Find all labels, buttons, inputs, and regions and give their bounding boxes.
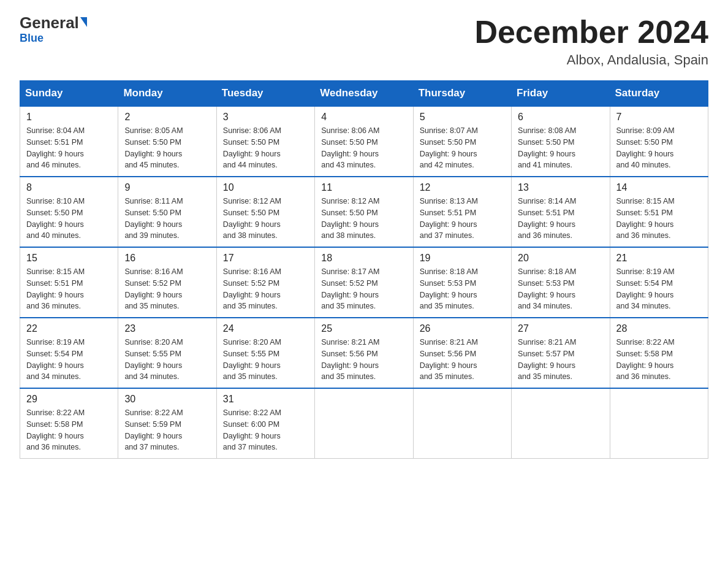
header-sunday: Sunday <box>20 81 118 107</box>
calendar-cell: 22 Sunrise: 8:19 AM Sunset: 5:54 PM Dayl… <box>20 318 118 388</box>
calendar-cell: 30 Sunrise: 8:22 AM Sunset: 5:59 PM Dayl… <box>118 388 216 459</box>
calendar-cell: 8 Sunrise: 8:10 AM Sunset: 5:50 PM Dayli… <box>20 177 118 247</box>
day-info: Sunrise: 8:18 AM Sunset: 5:53 PM Dayligh… <box>420 266 505 312</box>
header-thursday: Thursday <box>413 81 511 107</box>
day-number: 31 <box>223 394 308 405</box>
day-number: 7 <box>616 112 702 123</box>
day-info: Sunrise: 8:19 AM Sunset: 5:54 PM Dayligh… <box>26 337 112 383</box>
day-number: 5 <box>420 112 505 123</box>
day-info: Sunrise: 8:21 AM Sunset: 5:57 PM Dayligh… <box>518 337 603 383</box>
day-number: 21 <box>616 253 702 264</box>
day-info: Sunrise: 8:22 AM Sunset: 5:59 PM Dayligh… <box>124 407 210 453</box>
calendar-cell: 19 Sunrise: 8:18 AM Sunset: 5:53 PM Dayl… <box>413 247 511 318</box>
day-number: 27 <box>518 323 603 334</box>
calendar-cell: 17 Sunrise: 8:16 AM Sunset: 5:52 PM Dayl… <box>216 247 314 318</box>
calendar-cell: 12 Sunrise: 8:13 AM Sunset: 5:51 PM Dayl… <box>413 177 511 247</box>
location-title: Albox, Andalusia, Spain <box>474 52 708 68</box>
calendar-cell: 4 Sunrise: 8:06 AM Sunset: 5:50 PM Dayli… <box>315 106 413 177</box>
weekday-header-row: Sunday Monday Tuesday Wednesday Thursday… <box>20 81 708 107</box>
calendar-cell: 14 Sunrise: 8:15 AM Sunset: 5:51 PM Dayl… <box>610 177 708 247</box>
day-number: 22 <box>26 323 112 334</box>
calendar-week-row: 15 Sunrise: 8:15 AM Sunset: 5:51 PM Dayl… <box>20 247 708 318</box>
day-number: 12 <box>420 182 505 193</box>
day-number: 20 <box>518 253 603 264</box>
calendar-cell: 1 Sunrise: 8:04 AM Sunset: 5:51 PM Dayli… <box>20 106 118 177</box>
day-number: 3 <box>223 112 308 123</box>
day-number: 1 <box>26 112 112 123</box>
day-info: Sunrise: 8:21 AM Sunset: 5:56 PM Dayligh… <box>321 337 406 383</box>
day-info: Sunrise: 8:22 AM Sunset: 5:58 PM Dayligh… <box>26 407 112 453</box>
header-wednesday: Wednesday <box>315 81 413 107</box>
day-info: Sunrise: 8:04 AM Sunset: 5:51 PM Dayligh… <box>26 125 112 171</box>
calendar-cell <box>315 388 413 459</box>
day-info: Sunrise: 8:15 AM Sunset: 5:51 PM Dayligh… <box>26 266 112 312</box>
day-info: Sunrise: 8:17 AM Sunset: 5:52 PM Dayligh… <box>321 266 406 312</box>
calendar-cell: 11 Sunrise: 8:12 AM Sunset: 5:50 PM Dayl… <box>315 177 413 247</box>
calendar-cell: 3 Sunrise: 8:06 AM Sunset: 5:50 PM Dayli… <box>216 106 314 177</box>
calendar-cell: 10 Sunrise: 8:12 AM Sunset: 5:50 PM Dayl… <box>216 177 314 247</box>
calendar-table: Sunday Monday Tuesday Wednesday Thursday… <box>20 80 708 459</box>
day-info: Sunrise: 8:21 AM Sunset: 5:56 PM Dayligh… <box>420 337 505 383</box>
header-monday: Monday <box>118 81 216 107</box>
day-number: 26 <box>420 323 505 334</box>
day-number: 11 <box>321 182 406 193</box>
day-number: 17 <box>223 253 308 264</box>
month-title: December 2024 <box>474 15 708 50</box>
calendar-cell: 2 Sunrise: 8:05 AM Sunset: 5:50 PM Dayli… <box>118 106 216 177</box>
calendar-cell: 7 Sunrise: 8:09 AM Sunset: 5:50 PM Dayli… <box>610 106 708 177</box>
day-number: 14 <box>616 182 702 193</box>
day-number: 15 <box>26 253 112 264</box>
title-area: December 2024 Albox, Andalusia, Spain <box>474 15 708 68</box>
header-saturday: Saturday <box>610 81 708 107</box>
calendar-cell: 13 Sunrise: 8:14 AM Sunset: 5:51 PM Dayl… <box>512 177 610 247</box>
day-info: Sunrise: 8:08 AM Sunset: 5:50 PM Dayligh… <box>518 125 603 171</box>
calendar-week-row: 8 Sunrise: 8:10 AM Sunset: 5:50 PM Dayli… <box>20 177 708 247</box>
day-info: Sunrise: 8:11 AM Sunset: 5:50 PM Dayligh… <box>124 196 210 242</box>
day-info: Sunrise: 8:14 AM Sunset: 5:51 PM Dayligh… <box>518 196 603 242</box>
calendar-cell: 15 Sunrise: 8:15 AM Sunset: 5:51 PM Dayl… <box>20 247 118 318</box>
header-tuesday: Tuesday <box>216 81 314 107</box>
calendar-cell: 20 Sunrise: 8:18 AM Sunset: 5:53 PM Dayl… <box>512 247 610 318</box>
calendar-cell: 23 Sunrise: 8:20 AM Sunset: 5:55 PM Dayl… <box>118 318 216 388</box>
day-number: 6 <box>518 112 603 123</box>
calendar-cell <box>413 388 511 459</box>
day-number: 13 <box>518 182 603 193</box>
day-info: Sunrise: 8:15 AM Sunset: 5:51 PM Dayligh… <box>616 196 702 242</box>
day-info: Sunrise: 8:20 AM Sunset: 5:55 PM Dayligh… <box>124 337 210 383</box>
day-info: Sunrise: 8:16 AM Sunset: 5:52 PM Dayligh… <box>223 266 308 312</box>
day-number: 8 <box>26 182 112 193</box>
day-number: 24 <box>223 323 308 334</box>
day-info: Sunrise: 8:05 AM Sunset: 5:50 PM Dayligh… <box>124 125 210 171</box>
day-info: Sunrise: 8:13 AM Sunset: 5:51 PM Dayligh… <box>420 196 505 242</box>
day-info: Sunrise: 8:19 AM Sunset: 5:54 PM Dayligh… <box>616 266 702 312</box>
calendar-cell: 26 Sunrise: 8:21 AM Sunset: 5:56 PM Dayl… <box>413 318 511 388</box>
header-friday: Friday <box>512 81 610 107</box>
calendar-cell: 9 Sunrise: 8:11 AM Sunset: 5:50 PM Dayli… <box>118 177 216 247</box>
calendar-cell: 27 Sunrise: 8:21 AM Sunset: 5:57 PM Dayl… <box>512 318 610 388</box>
day-info: Sunrise: 8:12 AM Sunset: 5:50 PM Dayligh… <box>223 196 308 242</box>
day-number: 29 <box>26 394 112 405</box>
day-info: Sunrise: 8:18 AM Sunset: 5:53 PM Dayligh… <box>518 266 603 312</box>
logo: General Blue <box>20 15 87 45</box>
calendar-week-row: 1 Sunrise: 8:04 AM Sunset: 5:51 PM Dayli… <box>20 106 708 177</box>
day-info: Sunrise: 8:22 AM Sunset: 6:00 PM Dayligh… <box>223 407 308 453</box>
day-number: 9 <box>124 182 210 193</box>
calendar-week-row: 29 Sunrise: 8:22 AM Sunset: 5:58 PM Dayl… <box>20 388 708 459</box>
calendar-week-row: 22 Sunrise: 8:19 AM Sunset: 5:54 PM Dayl… <box>20 318 708 388</box>
day-number: 25 <box>321 323 406 334</box>
calendar-cell: 5 Sunrise: 8:07 AM Sunset: 5:50 PM Dayli… <box>413 106 511 177</box>
day-number: 10 <box>223 182 308 193</box>
page-header: General Blue December 2024 Albox, Andalu… <box>20 15 708 68</box>
calendar-cell: 18 Sunrise: 8:17 AM Sunset: 5:52 PM Dayl… <box>315 247 413 318</box>
day-info: Sunrise: 8:10 AM Sunset: 5:50 PM Dayligh… <box>26 196 112 242</box>
day-info: Sunrise: 8:12 AM Sunset: 5:50 PM Dayligh… <box>321 196 406 242</box>
day-number: 30 <box>124 394 210 405</box>
day-info: Sunrise: 8:06 AM Sunset: 5:50 PM Dayligh… <box>321 125 406 171</box>
day-number: 2 <box>124 112 210 123</box>
day-info: Sunrise: 8:06 AM Sunset: 5:50 PM Dayligh… <box>223 125 308 171</box>
day-number: 16 <box>124 253 210 264</box>
day-info: Sunrise: 8:16 AM Sunset: 5:52 PM Dayligh… <box>124 266 210 312</box>
calendar-cell: 16 Sunrise: 8:16 AM Sunset: 5:52 PM Dayl… <box>118 247 216 318</box>
day-info: Sunrise: 8:07 AM Sunset: 5:50 PM Dayligh… <box>420 125 505 171</box>
calendar-cell: 24 Sunrise: 8:20 AM Sunset: 5:55 PM Dayl… <box>216 318 314 388</box>
